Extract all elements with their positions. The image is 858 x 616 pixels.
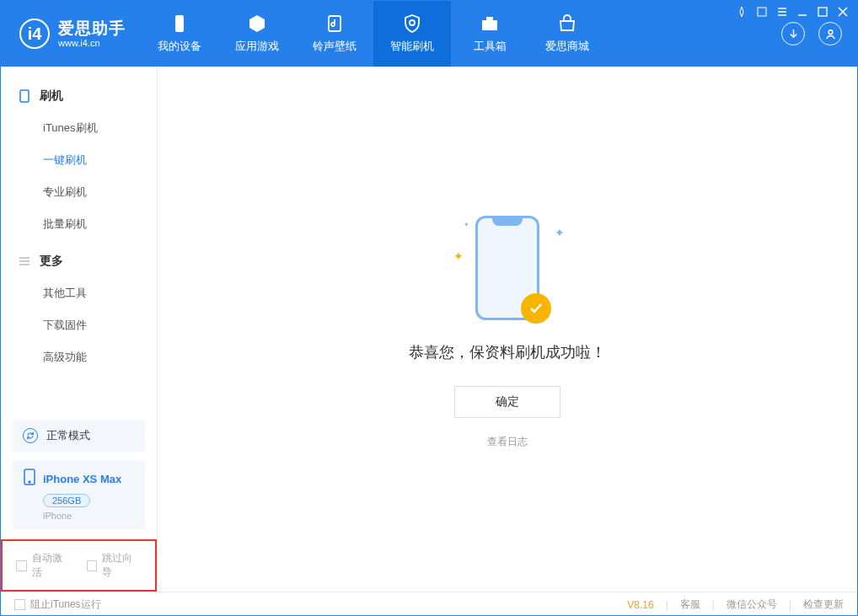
cube-icon bbox=[247, 13, 267, 34]
tab-label: 铃声壁纸 bbox=[313, 39, 357, 54]
svg-rect-2 bbox=[175, 15, 184, 32]
svg-rect-6 bbox=[486, 17, 493, 20]
device-icon bbox=[169, 13, 190, 34]
check-badge-icon bbox=[521, 293, 551, 324]
store-icon bbox=[557, 13, 577, 34]
header-tabs: 我的设备 应用游戏 铃声壁纸 智能刷机 工具箱 爱思商城 bbox=[141, 1, 766, 67]
menu-icon[interactable] bbox=[776, 6, 788, 20]
svg-point-7 bbox=[829, 29, 833, 34]
ok-button[interactable]: 确定 bbox=[454, 386, 560, 418]
device-capacity: 256GB bbox=[43, 494, 90, 507]
feedback-icon[interactable] bbox=[736, 6, 748, 20]
tab-label: 应用游戏 bbox=[235, 39, 279, 54]
logo: i4 爱思助手 www.i4.cn bbox=[1, 1, 141, 67]
success-illustration: ✦ ✦ ✦ bbox=[448, 209, 566, 327]
svg-point-4 bbox=[410, 20, 415, 25]
svg-rect-1 bbox=[818, 8, 827, 16]
tab-apps[interactable]: 应用游戏 bbox=[218, 1, 296, 67]
sidebar: 刷机 iTunes刷机 一键刷机 专业刷机 批量刷机 更多 其他工具 下载固件 … bbox=[1, 67, 158, 592]
sidebar-heading-flash: 刷机 bbox=[1, 82, 157, 112]
footer-wechat-link[interactable]: 微信公众号 bbox=[727, 597, 777, 612]
mode-label: 正常模式 bbox=[46, 428, 90, 443]
version-label: V8.16 bbox=[627, 599, 653, 611]
tab-label: 智能刷机 bbox=[390, 39, 434, 54]
highlighted-options: 自动激活 跳过向导 bbox=[1, 539, 157, 592]
footer-support-link[interactable]: 客服 bbox=[680, 597, 700, 612]
sidebar-section-flash: 刷机 iTunes刷机 一键刷机 专业刷机 批量刷机 bbox=[1, 82, 157, 247]
tab-label: 工具箱 bbox=[474, 39, 507, 54]
tab-label: 我的设备 bbox=[158, 39, 201, 54]
svg-rect-5 bbox=[482, 20, 497, 30]
mode-card[interactable]: 正常模式 bbox=[13, 420, 145, 452]
sidebar-item-itunes-flash[interactable]: iTunes刷机 bbox=[1, 112, 157, 144]
download-button[interactable] bbox=[781, 22, 805, 46]
phone-icon bbox=[18, 89, 31, 103]
sidebar-section-more: 更多 其他工具 下载固件 高级功能 bbox=[1, 247, 157, 380]
logo-title: 爱思助手 bbox=[58, 19, 126, 38]
list-icon bbox=[18, 254, 31, 268]
svg-point-10 bbox=[29, 481, 30, 483]
tab-flash[interactable]: 智能刷机 bbox=[373, 1, 451, 67]
shield-icon bbox=[402, 13, 422, 34]
toolbox-icon bbox=[480, 13, 500, 34]
sidebar-item-pro-flash[interactable]: 专业刷机 bbox=[1, 176, 157, 208]
music-icon bbox=[324, 13, 345, 34]
svg-rect-0 bbox=[758, 8, 766, 16]
body: 刷机 iTunes刷机 一键刷机 专业刷机 批量刷机 更多 其他工具 下载固件 … bbox=[1, 67, 857, 592]
logo-subtitle: www.i4.cn bbox=[58, 38, 126, 49]
device-phone-icon bbox=[23, 469, 36, 489]
sidebar-item-batch-flash[interactable]: 批量刷机 bbox=[1, 208, 157, 240]
logo-icon: i4 bbox=[19, 19, 50, 49]
device-subtype: iPhone bbox=[43, 511, 135, 521]
sidebar-item-other-tools[interactable]: 其他工具 bbox=[1, 277, 157, 309]
sidebar-item-oneclick-flash[interactable]: 一键刷机 bbox=[1, 144, 157, 176]
sidebar-heading-more: 更多 bbox=[1, 247, 157, 277]
footer: 阻止iTunes运行 V8.16 | 客服 | 微信公众号 | 检查更新 bbox=[1, 592, 857, 616]
device-card[interactable]: iPhone XS Max 256GB iPhone bbox=[13, 460, 145, 529]
sidebar-item-download-firmware[interactable]: 下载固件 bbox=[1, 309, 157, 341]
checkbox-skip-guide[interactable]: 跳过向导 bbox=[87, 551, 142, 580]
user-button[interactable] bbox=[818, 22, 842, 46]
tab-ringtones[interactable]: 铃声壁纸 bbox=[296, 1, 373, 67]
sidebar-item-advanced[interactable]: 高级功能 bbox=[1, 341, 157, 373]
svg-rect-8 bbox=[20, 90, 29, 102]
maximize-button[interactable] bbox=[817, 6, 829, 20]
sync-icon bbox=[23, 428, 38, 443]
checkbox-auto-activate[interactable]: 自动激活 bbox=[16, 551, 72, 580]
success-message: 恭喜您，保资料刷机成功啦！ bbox=[409, 342, 606, 362]
header: i4 爱思助手 www.i4.cn 我的设备 应用游戏 铃声壁纸 智能刷机 工具… bbox=[1, 1, 857, 67]
main-content: ✦ ✦ ✦ 恭喜您，保资料刷机成功啦！ 确定 查看日志 bbox=[158, 67, 857, 592]
checkbox-block-itunes[interactable]: 阻止iTunes运行 bbox=[14, 597, 101, 612]
tab-label: 爱思商城 bbox=[545, 39, 589, 54]
tab-my-device[interactable]: 我的设备 bbox=[141, 1, 218, 67]
skin-icon[interactable] bbox=[756, 6, 768, 20]
footer-update-link[interactable]: 检查更新 bbox=[803, 597, 844, 612]
window-controls bbox=[736, 6, 849, 20]
device-name: iPhone XS Max bbox=[43, 473, 121, 485]
close-button[interactable] bbox=[837, 6, 849, 20]
view-log-link[interactable]: 查看日志 bbox=[487, 435, 528, 449]
tab-store[interactable]: 爱思商城 bbox=[528, 1, 606, 67]
minimize-button[interactable] bbox=[796, 6, 808, 20]
tab-toolbox[interactable]: 工具箱 bbox=[451, 1, 528, 67]
